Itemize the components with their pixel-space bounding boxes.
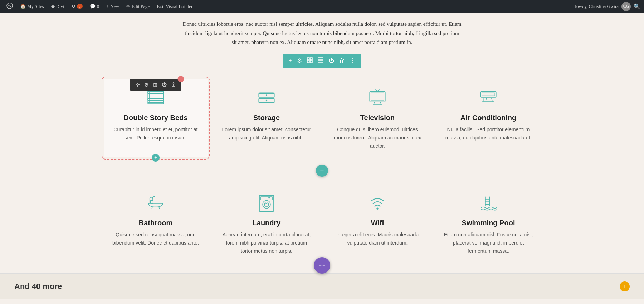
feature-laundry: Laundry Aenean interdum, erat in porta p… [215,184,318,263]
toolbar-settings-icon[interactable]: ⚙ [297,57,302,64]
feature-title: Swimming Pool [442,219,535,227]
svg-text:W: W [8,4,12,8]
feature-storage: Storage Lorem ipsum dolor sit amet, cons… [215,79,318,157]
feature-title: Air Conditioning [442,114,535,122]
svg-line-39 [152,207,152,209]
new-item[interactable]: + New [103,0,122,13]
divi-item[interactable]: ◆ Divi [48,0,67,13]
feature-desc: Congue quis libero euismod, ultrices rho… [331,126,424,150]
svg-rect-3 [310,58,312,60]
svg-line-29 [377,89,379,91]
feature-title: Laundry [220,219,313,227]
storage-icon [255,86,278,109]
toolbar-layout-icon[interactable] [307,57,313,64]
exit-builder-label: Exit Visual Builder [157,4,192,9]
svg-rect-12 [148,102,164,104]
intro-paragraph: Donec ultricies lobortis eros, nec aucto… [182,20,462,47]
feature-swimming-pool: Swimming Pool Etiam non aliquam nisl. Fu… [436,184,540,263]
toolbar-grid-icon[interactable] [318,57,323,64]
plus-icon: + [106,4,109,9]
my-sites-label: My Sites [27,4,44,9]
bottom-section: ··· And 40 more + [0,273,644,299]
wp-logo[interactable]: W [4,0,16,13]
intro-text-block: Donec ultricies lobortis eros, nec aucto… [175,13,469,47]
features-grid-row2: Bathroom Quisque sed consequat massa, no… [104,184,540,263]
new-label: New [111,4,119,9]
edit-page-label: Edit Page [132,4,150,9]
television-icon [366,86,389,109]
item-tooltip-toolbar: ✛ ⚙ ⊞ ⏻ 🗑 1 [130,79,181,91]
svg-rect-31 [482,93,495,96]
tt-settings-icon[interactable]: ⚙ [142,81,151,89]
svg-point-45 [268,197,270,199]
svg-rect-23 [370,91,385,102]
svg-rect-13 [149,93,162,99]
svg-point-19 [266,99,268,101]
wifi-icon [366,191,389,214]
svg-rect-4 [307,60,309,63]
comments-badge: 0 [97,4,99,9]
add-section-button[interactable]: + [620,281,630,291]
svg-rect-6 [318,58,323,60]
feature-title: Bathroom [109,219,202,227]
and-more-banner: And 40 more + [0,273,644,299]
admin-bar: W 🏠 My Sites ◆ Divi ↻ 3 💬 0 + New ✏ Edit… [0,0,644,13]
dots-button[interactable]: ··· [314,257,330,274]
admin-bar-right: Howdy, Christina Gwira CG 🔍 [573,2,640,11]
feature-title: Television [331,114,424,122]
edit-page-item[interactable]: ✏ Edit Page [123,0,152,13]
exit-builder-item[interactable]: Exit Visual Builder [154,0,195,13]
features-section: ✛ ⚙ ⊞ ⏻ 🗑 1 [89,79,555,263]
svg-point-46 [376,207,378,209]
tt-move-icon[interactable]: ✛ [134,81,142,89]
comments-item[interactable]: 💬 0 [87,0,102,13]
svg-rect-7 [318,60,323,63]
svg-line-40 [159,207,160,209]
search-icon[interactable]: 🔍 [634,3,640,10]
svg-line-35 [492,98,492,101]
feature-television: Television Congue quis libero euismod, u… [326,79,429,157]
section-toolbar[interactable]: + ⚙ ⏻ 🗑 ⋮ [283,54,361,68]
feature-desc: Nulla facilisi. Sed porttitor elementum … [442,126,535,142]
tt-power-icon[interactable]: ⏻ [160,81,169,89]
svg-rect-20 [259,93,274,93]
tt-layout-icon[interactable]: ⊞ [151,81,159,89]
wp-icon: W [6,3,13,10]
feature-desc: Etiam non aliquam nisl. Fusce nulla nisl… [442,231,535,255]
svg-point-18 [266,94,268,96]
divi-label: Divi [56,4,64,9]
ac-icon [477,86,500,109]
howdy-text: Howdy, Christina Gwira [573,4,619,9]
toolbar-delete-icon[interactable]: 🗑 [339,58,345,64]
updates-item[interactable]: ↻ 3 [69,0,86,13]
laundry-icon [255,191,278,214]
svg-point-43 [263,200,270,208]
add-row-button[interactable]: + [316,165,328,177]
feature-desc: Lorem ipsum dolor sit amet, consectetur … [220,126,313,142]
my-sites-item[interactable]: 🏠 My Sites [17,0,47,13]
toolbar-add-icon[interactable]: + [288,58,292,64]
feature-desc: Integer a elit eros. Mauris malesuada vu… [331,231,424,247]
comments-icon: 💬 [90,4,96,9]
feature-desc: Curabitur in id imperdiet et, porttitor … [109,126,202,142]
updates-icon: ↻ [72,4,75,9]
svg-rect-5 [310,60,312,63]
divi-icon: ◆ [51,4,55,9]
svg-rect-2 [307,58,309,60]
feature-bathroom: Bathroom Quisque sed consequat massa, no… [104,184,208,263]
toolbar-more-icon[interactable]: ⋮ [350,57,356,64]
feature-air-conditioning: Air Conditioning Nulla facilisi. Sed por… [436,79,540,157]
svg-line-25 [374,102,375,104]
svg-line-26 [380,102,381,104]
main-content: Donec ultricies lobortis eros, nec aucto… [0,13,644,304]
toolbar-power-icon[interactable]: ⏻ [328,58,334,64]
avatar: CG [621,2,631,11]
feature-title: Double Story Beds [109,114,202,122]
svg-rect-38 [151,200,153,203]
item-add-btn[interactable]: + [152,154,160,162]
pool-icon [477,191,500,214]
svg-rect-42 [261,196,273,200]
tt-delete-icon[interactable]: 🗑 [169,81,178,89]
pencil-icon: ✏ [126,4,130,9]
tt-badge: 1 [178,76,184,82]
